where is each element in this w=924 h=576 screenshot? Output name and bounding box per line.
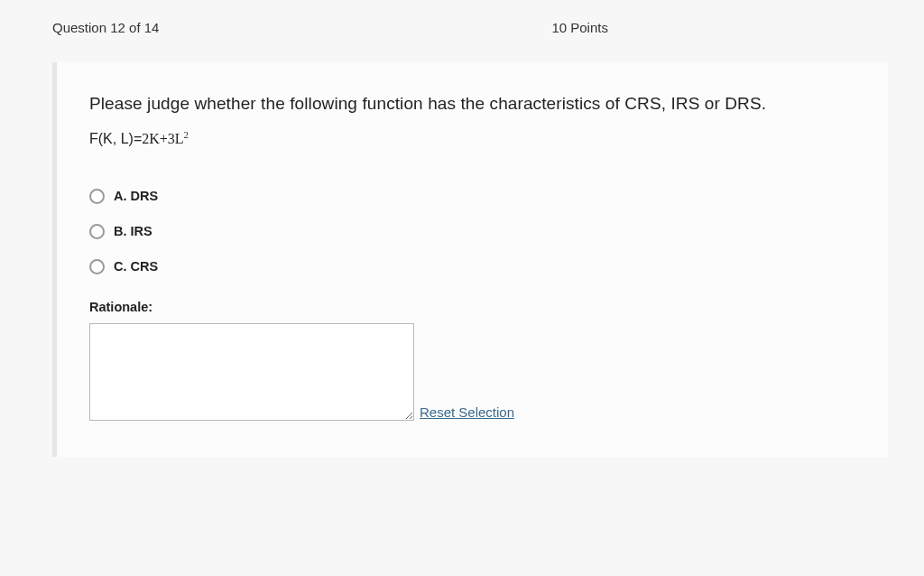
reset-selection-link[interactable]: Reset Selection xyxy=(420,404,514,421)
rationale-row: Reset Selection xyxy=(89,323,855,421)
option-b[interactable]: B. IRS xyxy=(89,224,855,239)
question-formula: F(K, L)=2K+3L2 xyxy=(89,129,855,147)
formula-exponent: 2 xyxy=(184,129,189,140)
rationale-input[interactable] xyxy=(89,323,414,421)
option-label: B. IRS xyxy=(114,224,152,238)
rationale-label: Rationale: xyxy=(89,300,855,314)
options-group: A. DRS B. IRS C. CRS xyxy=(89,189,855,274)
radio-icon xyxy=(89,189,105,204)
option-c[interactable]: C. CRS xyxy=(89,259,855,274)
formula-body: 2K+3L xyxy=(142,131,183,146)
option-a[interactable]: A. DRS xyxy=(89,189,855,204)
option-label: C. CRS xyxy=(114,259,158,274)
option-label: A. DRS xyxy=(114,189,158,203)
question-card: Please judge whether the following funct… xyxy=(52,62,888,457)
question-prompt: Please judge whether the following funct… xyxy=(89,91,855,116)
question-header: Question 12 of 14 10 Points xyxy=(0,0,924,51)
formula-prefix: F(K, L)= xyxy=(89,131,142,146)
question-counter: Question 12 of 14 xyxy=(52,20,159,35)
rationale-block: Rationale: Reset Selection xyxy=(89,300,855,421)
radio-icon xyxy=(89,259,105,274)
question-points: 10 Points xyxy=(551,20,608,35)
radio-icon xyxy=(89,224,105,239)
